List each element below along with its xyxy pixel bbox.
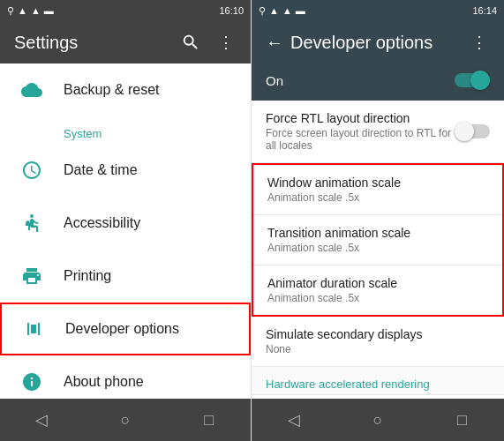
- recent-button[interactable]: □: [192, 402, 227, 437]
- printing-text: Printing: [64, 268, 111, 284]
- left-status-time: 16:10: [219, 5, 244, 16]
- about-title: About phone: [64, 374, 144, 390]
- secondary-displays-title: Simulate secondary displays: [266, 327, 490, 341]
- animator-duration-title: Animator duration scale: [267, 276, 488, 290]
- print-icon: [14, 258, 49, 294]
- right-status-icons: ⚲ ▲ ▲ ▬: [259, 5, 305, 17]
- animator-duration-item[interactable]: Animator duration scale Animation scale …: [253, 265, 502, 315]
- svg-point-0: [30, 214, 34, 218]
- right-nav-back-button[interactable]: ◁: [276, 402, 312, 437]
- left-toolbar-icons: ⋮: [180, 32, 237, 53]
- hardware-rendering-link[interactable]: Hardware accelerated rendering: [252, 367, 504, 395]
- back-button[interactable]: ◁: [24, 402, 59, 437]
- cloud-icon: [14, 72, 49, 108]
- signal-icon: ▲: [31, 5, 41, 16]
- home-button[interactable]: ○: [108, 402, 143, 437]
- right-battery-icon: ▬: [296, 5, 305, 16]
- animation-group: Window animation scale Animation scale .…: [252, 163, 504, 317]
- left-panel: ⚲ ▲ ▲ ▬ 16:10 Settings ⋮ Backup & reset: [0, 0, 252, 441]
- right-status-bar: ⚲ ▲ ▲ ▬ 16:14: [252, 0, 504, 21]
- accessibility-icon: [14, 206, 49, 241]
- left-settings-list: Backup & reset System Date & time Access…: [0, 64, 251, 399]
- right-wifi-icon: ▲: [269, 5, 279, 16]
- window-animation-title: Window animation scale: [267, 176, 488, 190]
- dev-on-header: On: [252, 64, 504, 101]
- battery-icon: ▬: [44, 5, 54, 16]
- left-status-bar: ⚲ ▲ ▲ ▬ 16:10: [0, 0, 251, 21]
- info-icon: [14, 364, 49, 399]
- search-button[interactable]: [180, 32, 201, 53]
- right-time: 16:14: [472, 5, 497, 16]
- right-nav-bar: ◁ ○ □: [252, 399, 504, 441]
- right-nav-home-button[interactable]: ○: [360, 402, 395, 437]
- dev-on-label: On: [266, 73, 283, 88]
- developer-title: Developer options: [65, 321, 179, 337]
- settings-item-backup[interactable]: Backup & reset: [0, 64, 251, 116]
- window-animation-subtitle: Animation scale .5x: [267, 191, 488, 204]
- dev-on-toggle[interactable]: [455, 71, 490, 90]
- right-toolbar: ← Developer options ⋮: [252, 21, 504, 64]
- accessibility-title: Accessibility: [64, 215, 140, 231]
- right-panel: ⚲ ▲ ▲ ▬ 16:14 ← Developer options ⋮ On F…: [252, 0, 504, 441]
- settings-item-date[interactable]: Date & time: [0, 144, 251, 197]
- secondary-displays-item[interactable]: Simulate secondary displays None: [252, 317, 504, 367]
- printing-title: Printing: [64, 268, 111, 284]
- animator-duration-subtitle: Animation scale .5x: [267, 292, 488, 304]
- dev-options-list: Force RTL layout direction Force screen …: [252, 101, 504, 399]
- settings-item-developer[interactable]: Developer options: [0, 303, 251, 355]
- settings-item-about[interactable]: About phone: [0, 355, 251, 399]
- wifi-icon: ▲: [18, 5, 27, 16]
- right-more-button[interactable]: ⋮: [469, 32, 490, 53]
- developer-icon: [16, 311, 51, 347]
- left-toolbar-title: Settings: [14, 33, 78, 53]
- accessibility-text: Accessibility: [64, 215, 140, 231]
- left-time: 16:10: [219, 5, 244, 16]
- force-rtl-text: Force RTL layout direction Force screen …: [266, 111, 455, 152]
- right-signal-icon: ▲: [282, 5, 292, 16]
- toggle-thumb: [470, 71, 490, 90]
- backup-text: Backup & reset: [64, 82, 160, 98]
- left-toolbar: Settings ⋮: [0, 21, 251, 64]
- right-location-icon: ⚲: [259, 5, 266, 17]
- date-title: Date & time: [64, 162, 138, 178]
- system-section-label: System: [0, 116, 251, 144]
- transition-animation-subtitle: Animation scale .5x: [267, 242, 488, 254]
- force-rtl-subtitle: Force screen layout direction to RTL for…: [266, 127, 455, 152]
- about-text: About phone: [64, 374, 144, 390]
- transition-animation-item[interactable]: Transition animation scale Animation sca…: [253, 215, 502, 265]
- right-status-time: 16:14: [472, 5, 497, 16]
- backup-title: Backup & reset: [64, 82, 160, 98]
- settings-item-printing[interactable]: Printing: [0, 250, 251, 303]
- force-rtl-title: Force RTL layout direction: [266, 111, 455, 125]
- force-rtl-toggle-thumb: [455, 122, 474, 141]
- settings-item-accessibility[interactable]: Accessibility: [0, 197, 251, 250]
- location-icon: ⚲: [7, 5, 14, 17]
- left-status-icons: ⚲ ▲ ▲ ▬: [7, 5, 54, 17]
- transition-animation-title: Transition animation scale: [267, 226, 488, 240]
- more-button[interactable]: ⋮: [215, 32, 237, 53]
- right-nav-recent-button[interactable]: □: [444, 402, 479, 437]
- force-rtl-toggle[interactable]: [455, 122, 490, 141]
- right-toolbar-title: Developer options: [290, 33, 433, 53]
- right-back-button[interactable]: ←: [266, 33, 283, 53]
- clock-icon: [14, 153, 49, 188]
- secondary-displays-subtitle: None: [266, 343, 490, 355]
- developer-text: Developer options: [65, 321, 179, 337]
- force-rtl-item[interactable]: Force RTL layout direction Force screen …: [252, 101, 504, 163]
- date-text: Date & time: [64, 162, 138, 178]
- window-animation-item[interactable]: Window animation scale Animation scale .…: [253, 165, 502, 215]
- left-nav-bar: ◁ ○ □: [0, 399, 251, 441]
